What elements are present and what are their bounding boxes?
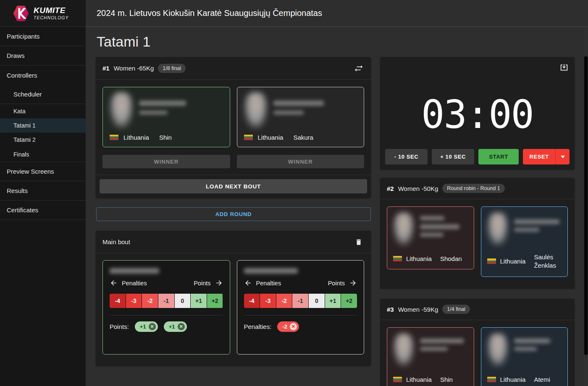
sidebar-item-participants[interactable]: Participants: [0, 27, 86, 46]
sidebar-item-results[interactable]: Results: [0, 181, 86, 201]
fighter-club: Shin: [159, 134, 172, 141]
fighter-name-blurred: [420, 224, 459, 229]
sidebar-item-tatami-2[interactable]: Tatami 2: [0, 133, 86, 147]
score-minus1-button[interactable]: -1: [292, 294, 308, 308]
score-plus2-button[interactable]: +2: [207, 294, 223, 308]
current-bout-card: #1 Women -65Kg 1/8 final Lithuania Shin …: [96, 57, 371, 198]
plus-10-sec-button[interactable]: + 10 SEC: [432, 149, 474, 164]
reset-button[interactable]: RESET: [523, 149, 555, 164]
delete-round-icon[interactable]: [353, 237, 364, 248]
fighter-photo: [487, 213, 508, 245]
sidebar-item-tatami-1[interactable]: Tatami 1: [0, 118, 86, 133]
score-minus4-button[interactable]: -4: [244, 294, 260, 308]
tally-label: Penalties:: [244, 323, 272, 330]
fighter-club: Atemi: [534, 376, 550, 383]
score-minus3-button[interactable]: -3: [126, 294, 142, 308]
sidebar-item-preview-screens[interactable]: Preview Screens: [0, 162, 86, 181]
lithuania-flag-icon: [393, 377, 402, 382]
sidebar-item-scheduler[interactable]: Scheduler: [0, 85, 86, 104]
sidebar-item-label: Results: [7, 187, 28, 194]
bout-category: Women -50Kg: [398, 185, 438, 192]
score-plus1-button[interactable]: +1: [191, 294, 207, 308]
timer-output-icon[interactable]: [559, 62, 570, 73]
fighter-club: Saulės Ženklas: [534, 253, 570, 270]
score-scale: -4 -3 -2 -1 0 +1 +2: [110, 294, 223, 308]
remove-chip-icon[interactable]: ✕: [149, 323, 156, 330]
scoring-panel-left: Penalties Points -4 -3 -2 -1 0 +1 +2 Poi…: [102, 260, 230, 355]
sidebar-item-finals[interactable]: Finals: [0, 147, 86, 162]
brand-name: KUMITE: [34, 6, 69, 14]
bout3-header: #3 Women -59Kg 1/4 final: [380, 299, 575, 320]
page-title: Tatami 1: [97, 34, 151, 50]
fighter-card-red[interactable]: Lithuania Shodan: [387, 206, 474, 269]
start-button[interactable]: START: [478, 149, 519, 164]
bout-stage-badge: 1/8 final: [158, 64, 186, 73]
lithuania-flag-icon: [487, 258, 496, 264]
remove-chip-icon[interactable]: ✕: [178, 323, 185, 330]
bout-number: #1: [102, 65, 110, 72]
timer-display: 03:00: [380, 92, 575, 137]
lithuania-flag-icon: [110, 135, 118, 140]
fighter-country: Lithuania: [500, 258, 526, 265]
fighter-info-blurred: [514, 347, 537, 351]
score-plus2-button[interactable]: +2: [341, 294, 357, 308]
reset-button-group: RESET: [523, 149, 570, 164]
scoring-panel-right: Penalties Points -4 -3 -2 -1 0 +1 +2 Pen…: [237, 260, 365, 355]
fighter-photo: [244, 92, 268, 128]
point-chip[interactable]: +1 ✕: [164, 321, 187, 332]
sidebar-item-label: Preview Screens: [7, 168, 54, 175]
load-next-bout-button[interactable]: LOAD NEXT BOUT: [100, 179, 367, 193]
fighter-card-left[interactable]: Lithuania Shin: [102, 87, 230, 147]
score-minus1-button[interactable]: -1: [158, 294, 174, 308]
sidebar-item-label: Tatami 2: [13, 136, 36, 143]
score-plus1-button[interactable]: +1: [325, 294, 341, 308]
swap-fighters-icon[interactable]: [353, 63, 364, 74]
score-zero-button[interactable]: 0: [309, 294, 325, 308]
reset-dropdown-button[interactable]: [555, 149, 570, 164]
fighter-info-blurred: [139, 111, 168, 115]
fighter-info-blurred: [273, 111, 304, 115]
bout-stage-badge: Round robin - Round 1: [442, 184, 504, 193]
fighter-card-blue[interactable]: Lithuania Atemi: [481, 327, 568, 386]
fighter-photo: [393, 334, 414, 366]
fighter-name-blurred: [273, 101, 324, 106]
sidebar-item-certificates[interactable]: Certificates: [0, 201, 86, 220]
points-direction-label: Points: [328, 280, 345, 287]
chip-value: +1: [140, 323, 146, 330]
bout-stage-badge: 1/4 final: [442, 305, 470, 314]
fighter-photo: [110, 92, 133, 128]
score-minus4-button[interactable]: -4: [110, 294, 126, 308]
main-bout-header: Main bout: [96, 231, 371, 253]
fighter-country: Lithuania: [406, 255, 432, 262]
brand-tagline: TECHNOLOGY: [34, 16, 69, 20]
minus-10-sec-button[interactable]: - 10 SEC: [385, 149, 428, 164]
winner-button-left[interactable]: WINNER: [102, 155, 230, 168]
winner-button-right[interactable]: WINNER: [237, 155, 365, 168]
sidebar-item-draws[interactable]: Draws: [0, 46, 86, 65]
score-minus2-button[interactable]: -2: [142, 294, 158, 308]
fighter-club: Shodan: [440, 255, 462, 262]
sidebar-item-label: Finals: [13, 151, 29, 158]
remove-chip-icon[interactable]: ✕: [290, 323, 297, 330]
penalty-chip[interactable]: -2 ✕: [277, 321, 299, 332]
fighter-card-blue[interactable]: Lithuania Saulės Ženklas: [481, 206, 568, 277]
upcoming-bout-card-3: #3 Women -59Kg 1/4 final Lithuania Shin …: [380, 299, 575, 386]
bout-number: #3: [387, 306, 394, 313]
fighter-card-right[interactable]: Lithuania Sakura: [237, 87, 365, 147]
sidebar-item-kata[interactable]: Kata: [0, 104, 86, 118]
chevron-down-icon: [561, 156, 565, 158]
add-round-button[interactable]: ADD ROUND: [96, 207, 371, 221]
sidebar-item-label: Controllers: [7, 72, 37, 79]
fighter-photo: [393, 213, 414, 245]
score-minus3-button[interactable]: -3: [260, 294, 276, 308]
scrollbar-track[interactable]: [584, 27, 588, 386]
sidebar-item-label: Kata: [13, 108, 26, 115]
bout2-header: #2 Women -50Kg Round robin - Round 1: [380, 178, 575, 199]
score-zero-button[interactable]: 0: [175, 294, 191, 308]
point-chip[interactable]: +1 ✕: [135, 321, 158, 332]
arrow-right-icon: [215, 279, 223, 287]
sidebar-item-controllers[interactable]: Controllers: [0, 65, 86, 85]
fighter-card-red[interactable]: Lithuania Shin: [387, 327, 474, 386]
scrollbar-thumb[interactable]: [584, 56, 588, 355]
score-minus2-button[interactable]: -2: [276, 294, 292, 308]
